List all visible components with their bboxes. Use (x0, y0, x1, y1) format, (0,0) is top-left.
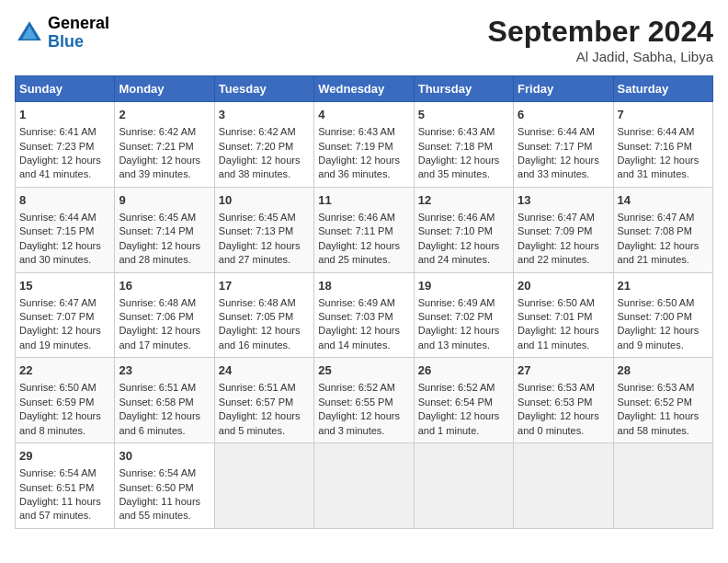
calendar-cell: 9Sunrise: 6:45 AMSunset: 7:14 PMDaylight… (115, 187, 214, 272)
day-number: 10 (219, 192, 310, 209)
day-number: 15 (19, 278, 110, 294)
calendar-cell: 6Sunrise: 6:44 AMSunset: 7:17 PMDaylight… (514, 102, 613, 188)
day-info: Sunrise: 6:46 AM (418, 211, 509, 224)
day-info: and 0 minutes. (518, 424, 609, 438)
day-info: Sunrise: 6:47 AM (19, 296, 110, 310)
day-info: and 58 minutes. (618, 424, 709, 438)
day-info: Daylight: 12 hours (219, 324, 310, 338)
days-header-row: SundayMondayTuesdayWednesdayThursdayFrid… (16, 76, 713, 102)
day-info: and 19 minutes. (19, 339, 110, 352)
day-info: Sunset: 6:50 PM (119, 481, 210, 495)
calendar-cell: 18Sunrise: 6:49 AMSunset: 7:03 PMDayligh… (314, 272, 414, 358)
logo: General Blue (15, 15, 109, 52)
day-info: Sunset: 7:17 PM (518, 140, 609, 154)
day-number: 30 (119, 448, 210, 465)
day-info: and 3 minutes. (318, 424, 409, 438)
day-info: Daylight: 12 hours (618, 154, 709, 167)
title-block: September 2024 Al Jadid, Sabha, Libya (488, 15, 713, 64)
day-info: Sunrise: 6:53 AM (618, 381, 709, 395)
day-info: Daylight: 12 hours (518, 324, 609, 338)
day-info: Sunset: 6:58 PM (119, 396, 210, 409)
calendar-cell: 20Sunrise: 6:50 AMSunset: 7:01 PMDayligh… (514, 272, 613, 358)
day-number: 11 (318, 192, 409, 209)
day-header: Friday (514, 76, 613, 102)
calendar-cell: 26Sunrise: 6:52 AMSunset: 6:54 PMDayligh… (414, 358, 513, 443)
day-number: 3 (219, 107, 310, 123)
day-info: and 13 minutes. (418, 339, 509, 352)
day-info: Daylight: 12 hours (119, 409, 210, 423)
calendar-cell (514, 443, 613, 529)
day-number: 20 (518, 278, 609, 294)
day-info: Sunset: 7:10 PM (418, 224, 509, 238)
day-info: Sunset: 6:59 PM (19, 396, 110, 409)
calendar-cell: 25Sunrise: 6:52 AMSunset: 6:55 PMDayligh… (314, 358, 414, 443)
day-number: 21 (618, 278, 709, 294)
day-info: Daylight: 12 hours (19, 239, 110, 253)
day-info: Daylight: 12 hours (19, 154, 110, 167)
day-info: Daylight: 12 hours (318, 154, 409, 167)
day-info: Sunrise: 6:54 AM (19, 466, 110, 480)
day-number: 29 (19, 448, 110, 465)
day-info: Daylight: 11 hours (618, 409, 709, 423)
day-info: and 39 minutes. (119, 167, 210, 181)
day-info: Daylight: 12 hours (418, 409, 509, 423)
day-info: Daylight: 12 hours (418, 239, 509, 253)
day-info: Sunset: 6:53 PM (518, 396, 609, 409)
day-info: Daylight: 12 hours (518, 409, 609, 423)
day-number: 13 (518, 192, 609, 209)
day-info: Daylight: 11 hours (19, 495, 110, 509)
day-info: Sunrise: 6:51 AM (119, 381, 210, 395)
day-info: Sunset: 7:15 PM (19, 224, 110, 238)
day-info: Sunset: 6:55 PM (318, 396, 409, 409)
day-info: and 16 minutes. (219, 339, 310, 352)
day-number: 27 (518, 362, 609, 379)
day-info: and 8 minutes. (19, 424, 110, 438)
day-info: Sunset: 7:21 PM (119, 140, 210, 154)
day-info: Sunset: 7:05 PM (219, 310, 310, 324)
day-number: 23 (119, 362, 210, 379)
day-info: Sunset: 7:23 PM (19, 140, 110, 154)
day-info: and 9 minutes. (618, 339, 709, 352)
day-info: Sunrise: 6:50 AM (19, 381, 110, 395)
day-info: and 11 minutes. (518, 339, 609, 352)
day-info: and 1 minute. (418, 424, 509, 438)
day-info: Daylight: 12 hours (119, 239, 210, 253)
day-info: and 25 minutes. (318, 253, 409, 267)
day-info: Daylight: 12 hours (518, 154, 609, 167)
day-info: Sunrise: 6:51 AM (219, 381, 310, 395)
day-info: Sunrise: 6:45 AM (219, 211, 310, 224)
day-number: 1 (19, 107, 110, 123)
week-row: 8Sunrise: 6:44 AMSunset: 7:15 PMDaylight… (16, 187, 713, 272)
day-info: Sunset: 7:06 PM (119, 310, 210, 324)
calendar-cell: 29Sunrise: 6:54 AMSunset: 6:51 PMDayligh… (16, 443, 115, 529)
day-info: Daylight: 12 hours (19, 409, 110, 423)
location: Al Jadid, Sabha, Libya (488, 49, 713, 64)
logo-icon (15, 18, 44, 48)
day-number: 24 (219, 362, 310, 379)
day-info: Sunrise: 6:48 AM (119, 296, 210, 310)
day-info: Sunset: 6:52 PM (618, 396, 709, 409)
calendar-cell: 13Sunrise: 6:47 AMSunset: 7:09 PMDayligh… (514, 187, 613, 272)
day-header: Tuesday (214, 76, 313, 102)
day-info: Sunset: 7:13 PM (219, 224, 310, 238)
week-row: 15Sunrise: 6:47 AMSunset: 7:07 PMDayligh… (16, 272, 713, 358)
day-info: and 36 minutes. (318, 167, 409, 181)
calendar-cell: 3Sunrise: 6:42 AMSunset: 7:20 PMDaylight… (214, 102, 313, 188)
calendar-cell: 11Sunrise: 6:46 AMSunset: 7:11 PMDayligh… (314, 187, 414, 272)
day-info: Daylight: 12 hours (19, 324, 110, 338)
day-info: Daylight: 11 hours (119, 495, 210, 509)
day-info: and 31 minutes. (618, 167, 709, 181)
day-number: 17 (219, 278, 310, 294)
day-info: Sunrise: 6:52 AM (318, 381, 409, 395)
day-info: Sunrise: 6:44 AM (618, 125, 709, 139)
day-info: Sunset: 6:57 PM (219, 396, 310, 409)
day-info: Sunrise: 6:49 AM (418, 296, 509, 310)
calendar-cell: 23Sunrise: 6:51 AMSunset: 6:58 PMDayligh… (115, 358, 214, 443)
day-info: Daylight: 12 hours (318, 324, 409, 338)
day-info: Daylight: 12 hours (418, 324, 509, 338)
day-info: and 35 minutes. (418, 167, 509, 181)
calendar-cell: 24Sunrise: 6:51 AMSunset: 6:57 PMDayligh… (214, 358, 313, 443)
day-info: Sunrise: 6:52 AM (418, 381, 509, 395)
calendar-cell: 14Sunrise: 6:47 AMSunset: 7:08 PMDayligh… (613, 187, 712, 272)
day-info: Sunrise: 6:47 AM (618, 211, 709, 224)
